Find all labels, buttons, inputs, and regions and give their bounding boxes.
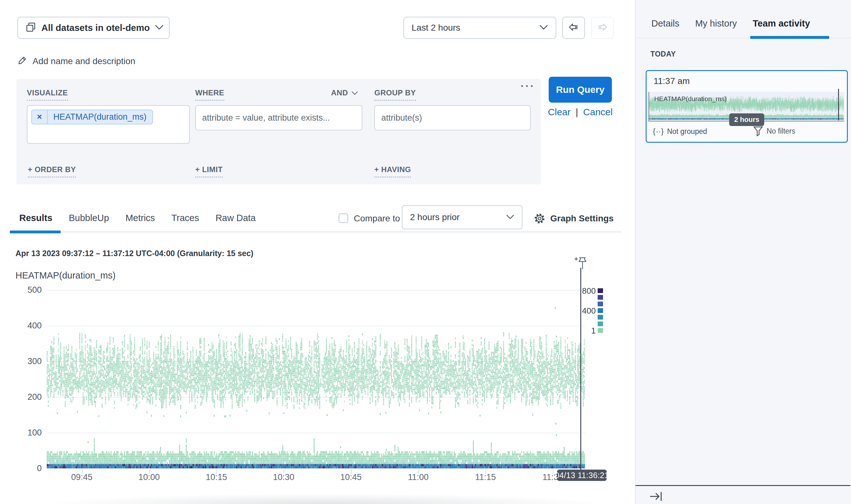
history-back-button[interactable] — [562, 17, 585, 39]
legend-label-800: 800 — [570, 286, 596, 296]
and-dropdown[interactable]: AND — [331, 88, 358, 97]
chip-remove-button[interactable]: × — [32, 110, 48, 124]
chevron-down-icon — [539, 25, 548, 31]
graph-settings-button[interactable]: Graph Settings — [533, 212, 614, 225]
compare-period-selector[interactable]: 2 hours prior — [402, 205, 522, 229]
filter-funnel-icon — [753, 125, 763, 137]
history-forward-icon — [597, 21, 608, 34]
legend-swatch-2 — [598, 302, 603, 306]
page-bottom-shadow — [19, 490, 635, 504]
tab-metrics[interactable]: Metrics — [125, 213, 155, 223]
where-label[interactable]: WHERE — [195, 88, 224, 101]
pencil-icon — [17, 55, 28, 68]
clear-link[interactable]: Clear — [548, 107, 571, 118]
y-tick-200: 200 — [13, 392, 42, 402]
legend-label-1: 1 — [570, 326, 596, 336]
gear-icon — [533, 212, 546, 225]
graph-settings-label: Graph Settings — [550, 214, 614, 223]
legend-swatch-3 — [598, 308, 603, 313]
cancel-link[interactable]: Cancel — [583, 107, 613, 118]
legend-swatch-1 — [598, 295, 603, 300]
sidebar-tabs: DetailsMy historyTeam activity — [651, 18, 810, 29]
query-range-heading: Apr 13 2023 09:37:12 – 11:37:12 UTC-04:0… — [16, 249, 253, 258]
main-area: All datasets in otel-demo Add name and d… — [0, 0, 635, 504]
group-info-label: Not grouped — [667, 127, 707, 136]
add-name-description-label: Add name and description — [33, 56, 135, 66]
legend-swatch-6 — [598, 328, 603, 333]
chevron-down-icon — [155, 25, 164, 31]
group-info: {··} Not grouped — [653, 127, 707, 136]
legend-swatch-5 — [598, 322, 603, 326]
history-back-icon — [568, 21, 580, 34]
gridline-0 — [47, 468, 585, 469]
active-tab-underline — [10, 231, 61, 233]
where-input[interactable] — [195, 105, 362, 130]
thumbnail-chart-label: HEATMAP(duration_ms) — [654, 95, 727, 103]
run-query-button[interactable]: Run Query — [549, 77, 612, 103]
activity-time: 11:37 am — [654, 76, 690, 86]
today-section-heading: TODAY — [651, 50, 676, 58]
heatmap-plot[interactable] — [47, 286, 585, 468]
x-tick-11:15: 11:15 — [468, 472, 503, 482]
clear-cancel-links: Clear | Cancel — [549, 107, 612, 118]
x-tick-10:00: 10:00 — [132, 472, 166, 482]
visualize-box[interactable]: × HEATMAP(duration_ms) — [27, 105, 190, 144]
tab-raw-data[interactable]: Raw Data — [215, 213, 255, 223]
x-tick-09:45: 09:45 — [65, 472, 99, 482]
x-tick-11:00: 11:00 — [401, 472, 436, 482]
visualize-label[interactable]: VISUALIZE — [27, 88, 68, 101]
dataset-selector-label: All datasets in otel-demo — [41, 23, 150, 33]
legend-label-400: 400 — [570, 306, 596, 316]
group-by-icon: {··} — [653, 127, 664, 136]
time-range-selector[interactable]: Last 2 hours — [403, 17, 556, 39]
x-tick-10:30: 10:30 — [266, 472, 301, 482]
compare-to-checkbox[interactable] — [339, 214, 348, 223]
compare-period-label: 2 hours prior — [410, 212, 460, 222]
order-by-button[interactable]: + ORDER BY — [28, 165, 76, 178]
tabs-border — [10, 232, 622, 232]
and-label: AND — [331, 88, 348, 97]
time-range-label: Last 2 hours — [412, 23, 460, 33]
team-activity-card[interactable]: 11:37 am HEATMAP(duration_ms) 2 hours {·… — [646, 70, 848, 143]
dataset-selector[interactable]: All datasets in otel-demo — [17, 17, 170, 39]
tab-bubbleup[interactable]: BubbleUp — [69, 213, 109, 223]
y-tick-400: 400 — [13, 321, 42, 331]
query-more-menu-button[interactable]: ··· — [520, 83, 535, 89]
group-by-input[interactable] — [374, 105, 531, 130]
y-tick-100: 100 — [13, 428, 42, 438]
collapse-sidebar-button[interactable] — [648, 489, 664, 504]
chart-crosshair-line — [580, 268, 581, 470]
y-tick-300: 300 — [13, 357, 42, 366]
history-forward-button[interactable] — [591, 17, 614, 39]
y-tick-500: 500 — [13, 285, 42, 295]
pin-icon[interactable] — [573, 256, 589, 272]
sidebar-tab-details[interactable]: Details — [651, 18, 679, 29]
sidebar-active-tab-underline — [750, 36, 829, 39]
crosshair-time-tooltip: 04/13 11:36:21 — [557, 470, 607, 481]
compare-to-label: Compare to — [354, 214, 400, 223]
legend-swatch-0 — [598, 288, 603, 293]
chip-label: HEATMAP(duration_ms) — [48, 110, 152, 124]
tab-traces[interactable]: Traces — [172, 213, 199, 223]
y-tick-0: 0 — [13, 464, 42, 473]
link-separator: | — [575, 107, 578, 118]
chart-title: HEATMAP(duration_ms) — [16, 270, 116, 281]
results-tabs: ResultsBubbleUpMetricsTracesRaw Data — [19, 213, 255, 223]
add-name-description-button[interactable]: Add name and description — [17, 54, 135, 68]
sidebar-tab-team-activity[interactable]: Team activity — [753, 18, 810, 29]
limit-button[interactable]: + LIMIT — [195, 165, 223, 178]
x-tick-10:45: 10:45 — [334, 472, 368, 482]
datasets-icon — [25, 22, 36, 34]
legend-swatch-4 — [598, 315, 603, 320]
thumbnail-crosshair-line — [838, 89, 839, 120]
sidebar-tab-my-history[interactable]: My history — [695, 18, 737, 29]
chevron-down-icon — [351, 91, 358, 95]
having-button[interactable]: + HAVING — [374, 165, 411, 178]
x-tick-10:15: 10:15 — [199, 472, 234, 482]
duration-badge: 2 hours — [729, 113, 764, 126]
sidebar-footer-divider — [636, 485, 850, 486]
group-by-label[interactable]: GROUP BY — [374, 88, 416, 101]
filter-info: No filters — [753, 125, 795, 137]
visualize-chip[interactable]: × HEATMAP(duration_ms) — [31, 110, 153, 124]
tab-results[interactable]: Results — [19, 213, 52, 223]
